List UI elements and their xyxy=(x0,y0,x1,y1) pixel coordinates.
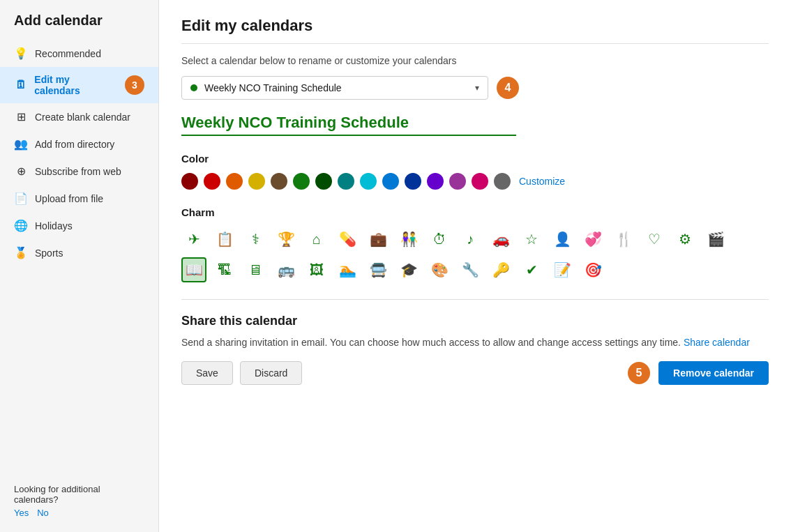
charm-section-label: Charm xyxy=(181,206,769,218)
footer-no-link[interactable]: No xyxy=(37,508,49,518)
sidebar-item-edit-my-calendars-label: Edit my calendars xyxy=(34,74,115,96)
charm-grid: ✈ 📋 ⚕ 🏆 ⌂ 💊 💼 👫 ⏱ ♪ 🚗 ☆ 👤 💞 🍴 ♡ ⚙ 🎬 📖 🏗 … xyxy=(181,227,753,282)
save-button[interactable]: Save xyxy=(181,361,233,385)
edit-calendars-icon: 🗓 xyxy=(14,79,27,91)
customize-link[interactable]: Customize xyxy=(519,176,565,187)
color-swatch-8[interactable] xyxy=(360,173,377,190)
charm-people[interactable]: 👫 xyxy=(396,227,421,252)
sidebar-item-create-blank-label: Create blank calendar xyxy=(35,112,130,123)
subscribe-web-icon: ⊕ xyxy=(14,165,28,178)
sidebar-item-add-from-directory[interactable]: 👥 Add from directory xyxy=(0,130,158,158)
sidebar-item-subscribe-from-web-label: Subscribe from web xyxy=(35,166,121,177)
holidays-icon: 🌐 xyxy=(14,219,28,232)
charm-edit[interactable]: 📝 xyxy=(550,257,575,282)
charm-heart[interactable]: ♡ xyxy=(642,227,667,252)
color-swatch-12[interactable] xyxy=(449,173,466,190)
dropdown-row: Weekly NCO Training Schedule ▾ 4 xyxy=(181,76,769,100)
charm-timer[interactable]: ⏱ xyxy=(427,227,452,252)
charm-utensils[interactable]: 🍴 xyxy=(611,227,636,252)
sidebar-item-upload-from-file[interactable]: 📄 Upload from file xyxy=(0,185,158,212)
right-buttons: 5 Remove calendar xyxy=(628,361,769,385)
sidebar-item-sports[interactable]: 🏅 Sports xyxy=(0,239,158,266)
sidebar-item-sports-label: Sports xyxy=(35,248,63,259)
charm-graduation[interactable]: 🎓 xyxy=(396,257,421,282)
sidebar-item-edit-my-calendars[interactable]: 🗓 Edit my calendars 3 xyxy=(0,67,158,103)
charm-music[interactable]: ♪ xyxy=(458,227,483,252)
color-swatch-0[interactable] xyxy=(181,173,198,190)
sidebar-item-create-blank-calendar[interactable]: ⊞ Create blank calendar xyxy=(0,103,158,130)
charm-wrench[interactable]: 🔧 xyxy=(458,257,483,282)
charm-briefcase[interactable]: 💼 xyxy=(366,227,391,252)
color-swatch-2[interactable] xyxy=(226,173,243,190)
charm-pill[interactable]: 💊 xyxy=(335,227,360,252)
page-title: Edit my calendars xyxy=(181,17,769,44)
charm-clipboard[interactable]: 📋 xyxy=(212,227,237,252)
charm-hearts[interactable]: 💞 xyxy=(580,227,605,252)
color-swatch-10[interactable] xyxy=(405,173,421,190)
discard-button[interactable]: Discard xyxy=(240,361,302,385)
create-blank-icon: ⊞ xyxy=(14,110,28,123)
footer-text: Looking for additional calendars? xyxy=(14,484,100,505)
charm-film[interactable]: 🎬 xyxy=(703,227,728,252)
calendar-dot xyxy=(190,84,197,91)
directory-icon: 👥 xyxy=(14,137,28,151)
footer-links: Yes No xyxy=(14,508,144,518)
charm-transit[interactable]: 🚍 xyxy=(366,257,391,282)
sidebar-item-subscribe-from-web[interactable]: ⊕ Subscribe from web xyxy=(0,158,158,185)
sidebar: Add calendar 💡 Recommended 🗓 Edit my cal… xyxy=(0,0,159,532)
color-swatch-6[interactable] xyxy=(315,173,332,190)
charm-medical[interactable]: ⚕ xyxy=(243,227,268,252)
color-swatch-4[interactable] xyxy=(271,173,287,190)
charm-star[interactable]: ☆ xyxy=(519,227,544,252)
charm-bus[interactable]: 🚌 xyxy=(273,257,299,282)
charm-bike[interactable]: 🏊 xyxy=(335,257,360,282)
chevron-down-icon: ▾ xyxy=(475,83,479,93)
left-buttons: Save Discard xyxy=(181,361,302,385)
recommended-icon: 💡 xyxy=(14,47,28,60)
sidebar-item-recommended-label: Recommended xyxy=(35,48,101,59)
charm-target[interactable]: 🎯 xyxy=(580,257,605,282)
color-swatch-3[interactable] xyxy=(248,173,265,190)
share-calendar-link[interactable]: Share calendar xyxy=(684,337,750,348)
charm-trophy[interactable]: 🏆 xyxy=(273,227,299,252)
main-content: Edit my calendars Select a calendar belo… xyxy=(159,0,791,532)
color-swatch-9[interactable] xyxy=(382,173,399,190)
color-swatch-1[interactable] xyxy=(204,173,220,190)
charm-key[interactable]: 🔑 xyxy=(488,257,513,282)
charm-home[interactable]: ⌂ xyxy=(304,227,329,252)
charm-car[interactable]: 🚗 xyxy=(488,227,513,252)
color-swatch-13[interactable] xyxy=(472,173,488,190)
dropdown-label: Weekly NCO Training Schedule xyxy=(204,82,475,93)
sidebar-item-holidays[interactable]: 🌐 Holidays xyxy=(0,212,158,239)
sidebar-item-holidays-label: Holidays xyxy=(35,220,73,231)
sidebar-item-upload-from-file-label: Upload from file xyxy=(35,193,103,204)
charm-airplane[interactable]: ✈ xyxy=(181,227,206,252)
charm-settings[interactable]: ⚙ xyxy=(672,227,698,252)
color-swatch-14[interactable] xyxy=(494,173,511,190)
sidebar-item-add-from-directory-label: Add from directory xyxy=(35,139,114,150)
remove-calendar-button[interactable]: Remove calendar xyxy=(658,361,769,385)
charm-check[interactable]: ✔ xyxy=(519,257,544,282)
color-swatch-7[interactable] xyxy=(338,173,354,190)
color-swatch-5[interactable] xyxy=(293,173,310,190)
divider xyxy=(181,299,769,300)
share-description: Send a sharing invitation in email. You … xyxy=(181,335,769,350)
footer-yes-link[interactable]: Yes xyxy=(14,508,29,518)
charm-image[interactable]: 🖼 xyxy=(304,257,329,282)
charm-construction[interactable]: 🏗 xyxy=(212,257,237,282)
color-row: Customize xyxy=(181,173,769,190)
subtitle-text: Select a calendar below to rename or cus… xyxy=(181,55,769,66)
color-section-label: Color xyxy=(181,153,769,165)
charm-person[interactable]: 👤 xyxy=(550,227,575,252)
step5-badge: 5 xyxy=(628,362,650,384)
charm-book[interactable]: 📖 xyxy=(181,257,206,282)
sidebar-item-recommended[interactable]: 💡 Recommended xyxy=(0,40,158,67)
charm-paint[interactable]: 🎨 xyxy=(427,257,452,282)
share-title: Share this calendar xyxy=(181,314,769,328)
sidebar-title: Add calendar xyxy=(0,0,158,40)
calendar-name-input[interactable] xyxy=(181,114,516,136)
step3-badge: 3 xyxy=(125,75,144,95)
charm-monitor[interactable]: 🖥 xyxy=(243,257,268,282)
color-swatch-11[interactable] xyxy=(427,173,444,190)
calendar-dropdown[interactable]: Weekly NCO Training Schedule ▾ xyxy=(181,76,488,100)
